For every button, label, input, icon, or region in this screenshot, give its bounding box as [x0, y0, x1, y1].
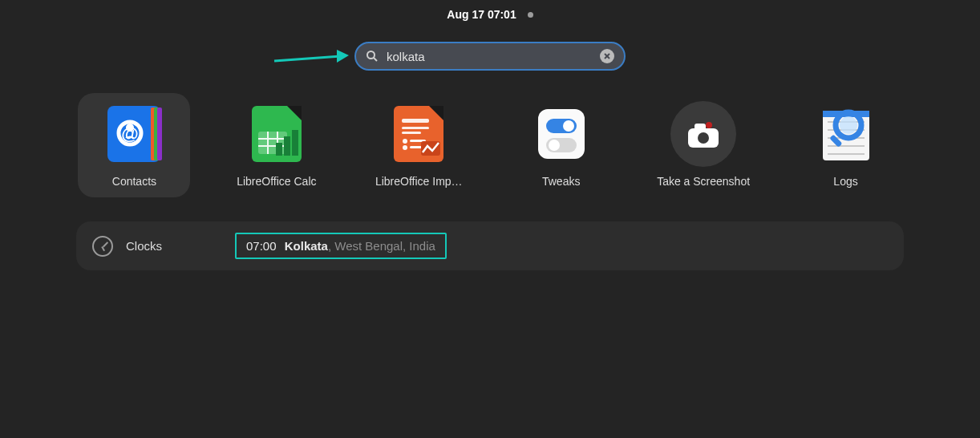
clock-icon — [92, 236, 113, 257]
app-label: Contacts — [112, 175, 156, 188]
app-libreoffice-impress[interactable]: LibreOffice Imp… — [362, 93, 475, 197]
svg-rect-24 — [402, 119, 429, 123]
notification-dot-icon — [528, 12, 533, 18]
app-label: Logs — [833, 175, 857, 188]
svg-line-0 — [274, 56, 341, 61]
search-input[interactable] — [387, 50, 592, 63]
svg-rect-9 — [157, 107, 162, 160]
svg-point-36 — [549, 140, 560, 151]
app-label: Tweaks — [542, 175, 580, 188]
app-screenshot[interactable]: Take a Screenshot — [647, 93, 759, 197]
svg-rect-19 — [276, 143, 282, 156]
svg-point-49 — [840, 116, 857, 134]
top-bar: Aug 17 07:01 — [0, 0, 980, 21]
calc-icon — [244, 101, 310, 167]
app-libreoffice-calc[interactable]: LibreOffice Calc — [221, 93, 333, 197]
clocks-result-panel[interactable]: Clocks 07:00 Kolkata, West Bengal, India — [76, 221, 904, 270]
svg-rect-21 — [292, 130, 298, 156]
result-location: , West Bengal, India — [328, 239, 435, 253]
svg-point-34 — [563, 120, 574, 132]
svg-rect-14 — [258, 132, 287, 154]
logs-icon — [813, 101, 879, 167]
contacts-icon: @ — [101, 101, 167, 167]
svg-rect-25 — [402, 127, 429, 129]
svg-point-39 — [706, 122, 712, 128]
app-tweaks[interactable]: Tweaks — [505, 93, 618, 197]
clear-search-button[interactable] — [600, 49, 614, 63]
impress-icon — [386, 101, 452, 167]
search-field[interactable] — [354, 42, 626, 71]
app-label: LibreOffice Calc — [237, 175, 316, 188]
svg-rect-38 — [695, 124, 706, 132]
tweaks-icon — [528, 101, 594, 167]
app-label: LibreOffice Imp… — [375, 175, 463, 188]
svg-rect-26 — [402, 132, 421, 134]
svg-line-3 — [374, 58, 377, 61]
svg-point-2 — [367, 51, 375, 59]
svg-rect-20 — [284, 136, 290, 156]
svg-point-28 — [403, 145, 407, 150]
svg-point-40 — [698, 132, 709, 144]
result-city: Kolkata — [285, 239, 328, 253]
screenshot-icon — [670, 101, 736, 167]
app-contacts[interactable]: @ Contacts — [78, 93, 190, 197]
annotation-arrow-icon — [273, 47, 349, 69]
provider-label: Clocks — [126, 239, 222, 253]
svg-text:@: @ — [122, 124, 139, 144]
svg-point-27 — [403, 139, 407, 144]
close-icon — [604, 53, 610, 59]
result-time: 07:00 — [246, 239, 277, 253]
search-icon — [366, 50, 379, 63]
app-label: Take a Screenshot — [657, 175, 750, 188]
svg-marker-1 — [337, 50, 349, 63]
app-grid: @ Contacts — [0, 93, 980, 197]
clock-text[interactable]: Aug 17 07:01 — [447, 8, 516, 21]
app-logs[interactable]: Logs — [790, 93, 902, 197]
clock-result-item[interactable]: 07:00 Kolkata, West Bengal, India — [235, 233, 447, 259]
